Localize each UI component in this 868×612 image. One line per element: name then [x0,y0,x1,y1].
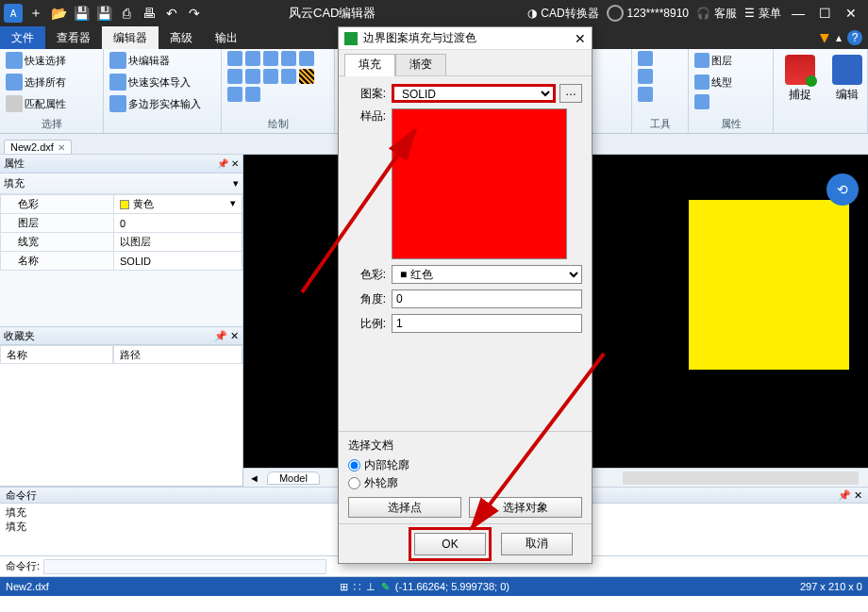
donut-icon[interactable] [245,69,260,84]
match-icon [6,95,23,112]
tab-viewer[interactable]: 查看器 [45,26,102,49]
pattern-browse-button[interactable]: … [559,84,582,103]
status-coords: (-11.66264; 5.999738; 0) [395,581,509,592]
edit-button[interactable]: 编辑 [826,51,868,103]
block-icon [109,52,126,69]
help-dropdown-icon[interactable]: ⯆ [819,31,830,44]
status-grid-icon[interactable]: ⊞ [340,581,348,593]
linetype-btn[interactable]: 线型 [694,73,732,91]
command-input[interactable] [43,559,326,574]
capture-icon [785,55,815,85]
hatch-icon[interactable] [299,69,314,84]
pdf-icon[interactable]: ⎙ [117,4,136,23]
close-icon[interactable]: ✕ [842,4,860,23]
fast-import[interactable]: 快速实体导入 [109,73,201,91]
doc-close-icon[interactable]: ✕ [58,142,65,153]
expand-icon[interactable]: ▴ [836,31,842,44]
status-polar-icon[interactable]: ✎ [381,581,390,593]
capture-button[interactable]: 捕捉 [779,51,821,103]
polygon-icon[interactable] [281,51,296,66]
tool3-icon[interactable] [638,87,653,102]
color-select[interactable]: ■ 红色 [392,265,582,284]
select-object-button[interactable]: 选择对象 [469,497,582,518]
user-menu[interactable]: 123****8910 [607,5,689,22]
hatch-rectangle[interactable] [689,200,849,370]
layer-btn[interactable]: 图层 [694,51,732,70]
dialog-tab-gradient[interactable]: 渐变 [395,54,446,76]
quick-select[interactable]: 快速选择 [6,51,66,70]
save-as-icon[interactable]: 💾 [94,4,113,23]
support-button[interactable]: 🎧 客服 [696,6,737,22]
tab-output[interactable]: 输出 [204,26,249,49]
select-doc-label: 选择文档 [348,438,582,454]
view-badge-icon[interactable]: ⟲ [826,174,859,206]
prop-row-color[interactable]: 色彩黄色▾ [1,195,242,214]
status-file: New2.dxf [6,581,49,592]
circle-icon[interactable] [299,51,314,66]
status-ortho-icon[interactable]: ⊥ [366,581,376,593]
tab-scroll-left-icon[interactable]: ◄ [249,472,259,484]
poly-input[interactable]: 多边形实体输入 [109,94,201,113]
redo-icon[interactable]: ↷ [185,4,204,23]
angle-input[interactable] [392,289,582,308]
group-attr-label: 属性 [694,117,767,133]
text-icon[interactable] [227,87,242,102]
rect-icon[interactable] [263,51,278,66]
favorites-list[interactable] [0,364,242,487]
ok-button[interactable]: OK [414,533,486,555]
model-tab[interactable]: Model [267,471,320,485]
group-tools-label: 工具 [638,117,682,133]
status-snap-icon[interactable]: ⸬ [354,581,360,593]
ratio-input[interactable] [392,314,582,333]
undo-icon[interactable]: ↶ [162,4,181,23]
prop-row-name[interactable]: 名称SOLID [1,252,242,271]
pin-icon[interactable]: 📌 ✕ [217,158,239,169]
save-icon[interactable]: 💾 [72,4,91,23]
prop-row-lineweight[interactable]: 线宽以图层 [1,233,242,252]
point-icon[interactable] [281,69,296,84]
color-swatch-icon [120,200,129,209]
spline-icon[interactable] [263,69,278,84]
sample-preview [392,108,567,259]
horizontal-scrollbar[interactable] [623,471,859,485]
maximize-icon[interactable]: ☐ [815,4,834,23]
group-select-label: 选择 [6,117,97,133]
help-icon[interactable]: ? [847,30,862,45]
minimize-icon[interactable]: — [789,4,808,23]
tab-advanced[interactable]: 高级 [159,26,204,49]
favorites-title: 收藏夹 [4,329,35,343]
line-icon[interactable] [227,51,242,66]
dialog-tab-fill[interactable]: 填充 [344,54,395,76]
match-attr[interactable]: 匹配属性 [6,94,66,113]
main-menu-button[interactable]: ☰ 菜单 [744,6,781,22]
prop-row-layer[interactable]: 图层0 [1,214,242,233]
cmd-pin-icon[interactable]: 📌 ✕ [838,489,862,502]
block-editor[interactable]: 块编辑器 [109,51,201,70]
ellipse-icon[interactable] [227,69,242,84]
dialog-close-icon[interactable]: ✕ [575,31,586,46]
pattern-select[interactable]: SOLID [392,84,556,103]
more-draw-icon[interactable] [245,87,260,102]
tab-editor[interactable]: 编辑器 [102,26,159,49]
layer-icon [694,53,709,68]
radio-inner[interactable]: 内部轮廓 [348,457,582,473]
tab-file[interactable]: 文件 [0,26,45,49]
arc-icon[interactable] [245,51,260,66]
tool2-icon[interactable] [638,69,653,84]
attr3-icon[interactable] [694,94,709,109]
fav-pin-icon[interactable]: 📌 ✕ [214,330,239,342]
print-icon[interactable]: 🖶 [140,4,159,23]
select-all-icon [6,74,23,91]
select-point-button[interactable]: 选择点 [348,497,461,518]
cad-converter-button[interactable]: ◑ CAD转换器 [527,6,598,22]
document-tab[interactable]: New2.dxf✕ [4,140,72,154]
select-all[interactable]: 选择所有 [6,73,66,91]
new-icon[interactable]: ＋ [26,4,45,23]
cancel-button[interactable]: 取消 [501,533,573,555]
fill-category[interactable]: 填充 [4,176,25,190]
fav-col-name: 名称 [0,345,113,364]
tool1-icon[interactable] [638,51,653,66]
radio-outer[interactable]: 外轮廓 [348,475,582,491]
angle-label: 角度: [348,291,386,307]
open-icon[interactable]: 📂 [49,4,68,23]
